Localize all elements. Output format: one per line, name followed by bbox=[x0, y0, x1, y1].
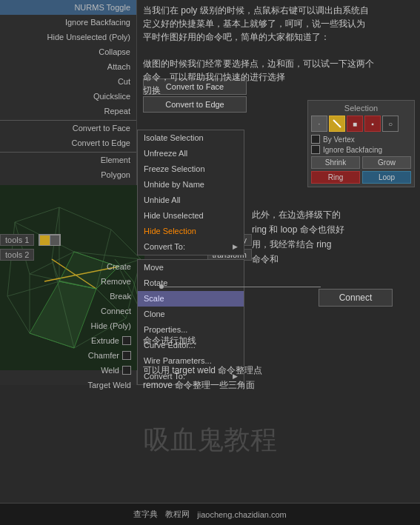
vertex-mode-icon[interactable]: · bbox=[311, 116, 327, 132]
ignore-backfacing-checkbox[interactable] bbox=[311, 145, 320, 154]
menu-item-element[interactable]: Element bbox=[0, 152, 136, 167]
bottom-right-text: jiaocheng.chazidian.com bbox=[197, 510, 286, 519]
menu-item-attach[interactable]: Attach bbox=[0, 59, 136, 74]
create-item[interactable]: Create bbox=[0, 259, 137, 274]
remove-item[interactable]: Remove bbox=[0, 274, 137, 289]
menu-item-nurms[interactable]: NURMS Toggle bbox=[0, 0, 136, 15]
watermark: 吸血鬼教程 bbox=[144, 422, 277, 458]
ctx-unfreeze[interactable]: Unfreeze All bbox=[138, 146, 244, 161]
ring-button[interactable]: Ring bbox=[311, 171, 360, 184]
gray-square bbox=[50, 235, 60, 245]
chamfer-item[interactable]: Chamfer bbox=[0, 348, 137, 363]
menu-item-convert-face[interactable]: Convert to Face bbox=[0, 120, 136, 136]
main-text-line4: 做图的时候我们经常要选择点，边和面，可以试一下这两个 bbox=[143, 58, 374, 69]
connector-line bbox=[161, 287, 321, 287]
convert-to-edge-button[interactable]: Convert to Edge bbox=[143, 96, 247, 113]
connect-button[interactable]: Connect bbox=[319, 289, 393, 307]
main-text-line6: 切换 bbox=[143, 85, 161, 96]
bottom-text-line3: 可以用 target weld 命令整理点 bbox=[143, 365, 262, 375]
ignore-backfacing-label: Ignore Backfacing bbox=[323, 146, 382, 154]
color-squares-1 bbox=[39, 234, 61, 246]
main-text-line2: 定义好的快捷菜单，基本上就够了，呵呵，说一些我认为 bbox=[143, 19, 365, 29]
ctx-freeze[interactable]: Freeze Selection bbox=[138, 161, 244, 177]
shrink-grow-row: Shrink Grow bbox=[311, 156, 411, 169]
by-vertex-row: By Vertex bbox=[311, 135, 411, 144]
loop-button[interactable]: Loop bbox=[362, 171, 411, 184]
lower-ctx-move[interactable]: Move bbox=[138, 260, 244, 275]
icon-row: · ■ ▪ ○ bbox=[311, 116, 411, 132]
bottom-text-line4: remove 命令整理一些三角面 bbox=[143, 380, 255, 390]
weld-checkbox[interactable] bbox=[122, 366, 131, 375]
right-text-line1: 此外，在边选择级下的 bbox=[252, 210, 341, 220]
element-mode-icon[interactable]: ○ bbox=[382, 116, 399, 132]
ctx-hide-selection[interactable]: Hide Selection bbox=[138, 224, 244, 239]
chamfer-checkbox[interactable] bbox=[122, 351, 131, 360]
menu-item-cut[interactable]: Cut bbox=[0, 74, 136, 89]
context-menu: Isolate Selection Unfreeze All Freeze Se… bbox=[137, 130, 244, 255]
hide-poly-item[interactable]: Hide (Poly) bbox=[0, 318, 137, 333]
poly-mode-icon[interactable]: ▪ bbox=[364, 116, 381, 132]
main-text-area: 当我们在 poly 级别的时候，点鼠标右键可以调出由系统自 定义好的快捷菜单，基… bbox=[143, 4, 417, 97]
extrude-item[interactable]: Extrude bbox=[0, 333, 137, 348]
menu-item-collapse[interactable]: Collapse bbox=[0, 44, 136, 59]
menu-item-quickslice[interactable]: Quickslice bbox=[0, 89, 136, 104]
main-text-line3: 平时作图好用的命令吧，简单的大家都知道了： bbox=[143, 32, 330, 42]
ring-loop-row: Ring Loop bbox=[311, 171, 411, 184]
right-text-line2: ring 和 loop 命令也很好 bbox=[252, 224, 344, 235]
edge-mode-icon[interactable] bbox=[329, 116, 345, 132]
connect-item[interactable]: Connect bbox=[0, 304, 137, 318]
ctx-unhide-name[interactable]: Unhide by Name bbox=[138, 177, 244, 193]
bottom-left-text: 查字典 bbox=[133, 509, 158, 520]
lower-ctx-scale[interactable]: Scale bbox=[138, 291, 244, 307]
tools1-label[interactable]: tools 1 bbox=[0, 234, 34, 246]
ctx-unhide-all[interactable]: Unhide All bbox=[138, 193, 244, 208]
break-item[interactable]: Break bbox=[0, 289, 137, 304]
menu-item-repeat[interactable]: Repeat bbox=[0, 104, 136, 118]
ctx-convert-to[interactable]: Convert To: bbox=[138, 239, 244, 255]
selection-title: Selection bbox=[311, 104, 411, 113]
ignore-backfacing-row: Ignore Backfacing bbox=[311, 145, 411, 154]
right-text-area: 此外，在边选择级下的 ring 和 loop 命令也很好 用，我经常结合 rin… bbox=[252, 207, 415, 267]
menu-item-hide-unselected[interactable]: Hide Unselected (Poly) bbox=[0, 30, 136, 44]
lower-ctx-rotate[interactable]: Rotate bbox=[138, 275, 244, 291]
main-text-line5: 命令，可以帮助我们快速的进行选择 bbox=[143, 72, 285, 82]
right-text-line3: 用，我经常结合 ring bbox=[252, 239, 331, 250]
right-text-line4: 命令和 bbox=[252, 254, 279, 264]
bottom-bar: 查字典 教程网 jiaocheng.chazidian.com bbox=[0, 503, 420, 525]
shrink-button[interactable]: Shrink bbox=[311, 156, 360, 169]
ctx-isolate[interactable]: Isolate Selection bbox=[138, 130, 244, 146]
extrude-checkbox[interactable] bbox=[122, 336, 131, 345]
ctx-hide-unselected[interactable]: Hide Unselected bbox=[138, 208, 244, 224]
bottom-text-area: 命令进行加线 可以用 target weld 命令整理点 remove 命令整理… bbox=[143, 333, 417, 392]
target-weld-item[interactable]: Target Weld bbox=[0, 378, 137, 392]
lower-left-panel: Create Remove Break Connect Hide (Poly) … bbox=[0, 259, 137, 392]
bottom-text-line1: 命令进行加线 bbox=[143, 335, 196, 346]
menu-item-convert-edge[interactable]: Convert to Edge bbox=[0, 136, 136, 150]
bottom-middle-text: 教程网 bbox=[165, 509, 190, 520]
menu-item-ignore-backfacing[interactable]: Ignore Backfacing bbox=[0, 15, 136, 30]
main-text-line1: 当我们在 poly 级别的时候，点鼠标右键可以调出由系统自 bbox=[143, 5, 369, 16]
menu-item-polygon[interactable]: Polygon bbox=[0, 167, 136, 182]
border-mode-icon[interactable]: ■ bbox=[347, 116, 363, 132]
weld-item[interactable]: Weld bbox=[0, 363, 137, 378]
selection-panel: Selection · ■ ▪ ○ By Vertex Ignore Backf… bbox=[307, 100, 415, 187]
connector-dot bbox=[159, 284, 164, 289]
by-vertex-checkbox[interactable] bbox=[311, 135, 320, 144]
grow-button[interactable]: Grow bbox=[362, 156, 411, 169]
by-vertex-label: By Vertex bbox=[323, 136, 355, 144]
lower-ctx-clone[interactable]: Clone bbox=[138, 307, 244, 322]
yellow-square bbox=[40, 235, 50, 245]
svg-line-0 bbox=[333, 120, 341, 127]
